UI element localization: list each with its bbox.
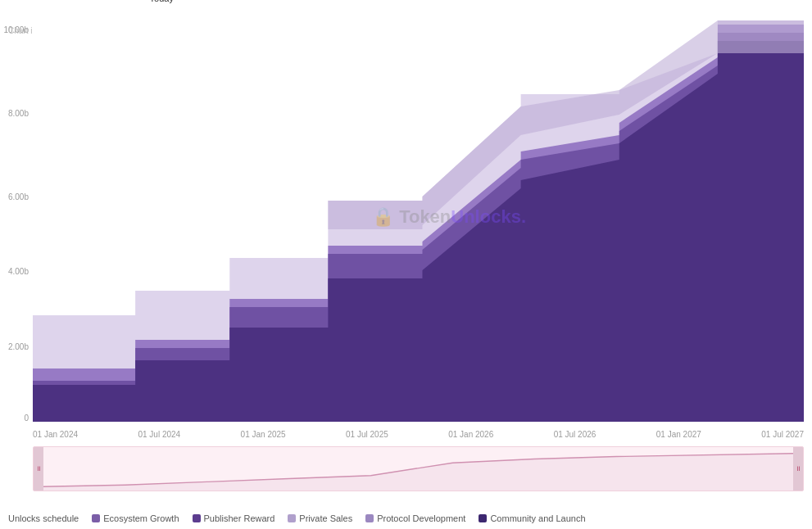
- y-label-2b: 2.00b: [8, 342, 29, 351]
- y-label-6b: 6.00b: [8, 192, 29, 201]
- legend-label-private: Private Sales: [299, 513, 352, 523]
- x-axis: 01 Jan 2024 01 Jul 2024 01 Jan 2025 01 J…: [33, 426, 804, 442]
- legend-dot-community: [479, 514, 487, 522]
- today-label: Today: [150, 0, 174, 3]
- chart-container: 10.00b 8.00b 6.00b 4.00b 2.00b 0 Today C…: [0, 0, 812, 529]
- legend-label-publisher: Publisher Reward: [204, 513, 275, 523]
- y-axis: 10.00b 8.00b 6.00b 4.00b 2.00b 0: [0, 8, 33, 426]
- legend-label-community: Community and Launch: [490, 513, 585, 523]
- navigator-right-handle[interactable]: ⏸: [793, 447, 803, 491]
- legend-private-sales: Private Sales: [288, 513, 352, 523]
- legend-label-protocol: Protocol Development: [377, 513, 465, 523]
- legend: Unlocks schedule Ecosystem Growth Publis…: [0, 508, 812, 529]
- legend-publisher-reward: Publisher Reward: [193, 513, 275, 523]
- y-label-8b: 8.00b: [8, 108, 29, 117]
- navigator[interactable]: ⏸ ⏸: [33, 446, 804, 491]
- chart-area: Today Chart in UTC + 00:00 Time: [33, 8, 804, 426]
- legend-ecosystem-growth: Ecosystem Growth: [92, 513, 179, 523]
- legend-community-launch: Community and Launch: [479, 513, 585, 523]
- legend-dot-publisher: [193, 514, 201, 522]
- legend-dot-protocol: [365, 514, 374, 522]
- x-label-jul2025: 01 Jul 2025: [346, 430, 388, 439]
- y-label-4b: 4.00b: [8, 267, 29, 276]
- legend-schedule-text: Unlocks schedule: [8, 513, 79, 523]
- navigator-inner: [43, 447, 793, 491]
- legend-dot-ecosystem: [92, 514, 100, 522]
- x-label-jan2025: 01 Jan 2025: [241, 430, 286, 439]
- x-label-jul2027: 01 Jul 2027: [761, 430, 804, 439]
- navigator-svg: [43, 447, 793, 491]
- x-label-jan2027: 01 Jan 2027: [656, 430, 701, 439]
- legend-dot-private: [288, 514, 296, 522]
- y-label-0: 0: [24, 413, 29, 422]
- x-label-jan2024: 01 Jan 2024: [33, 430, 78, 439]
- x-label-jul2024: 01 Jul 2024: [138, 430, 180, 439]
- legend-protocol-dev: Protocol Development: [365, 513, 465, 523]
- x-label-jan2026: 01 Jan 2026: [448, 430, 493, 439]
- chart-svg: [33, 8, 804, 426]
- legend-schedule-label: Unlocks schedule: [8, 513, 79, 523]
- navigator-left-handle[interactable]: ⏸: [34, 447, 43, 491]
- navigator-fill: [43, 454, 793, 491]
- legend-label-ecosystem: Ecosystem Growth: [103, 513, 179, 523]
- x-label-jul2026: 01 Jul 2026: [554, 430, 597, 439]
